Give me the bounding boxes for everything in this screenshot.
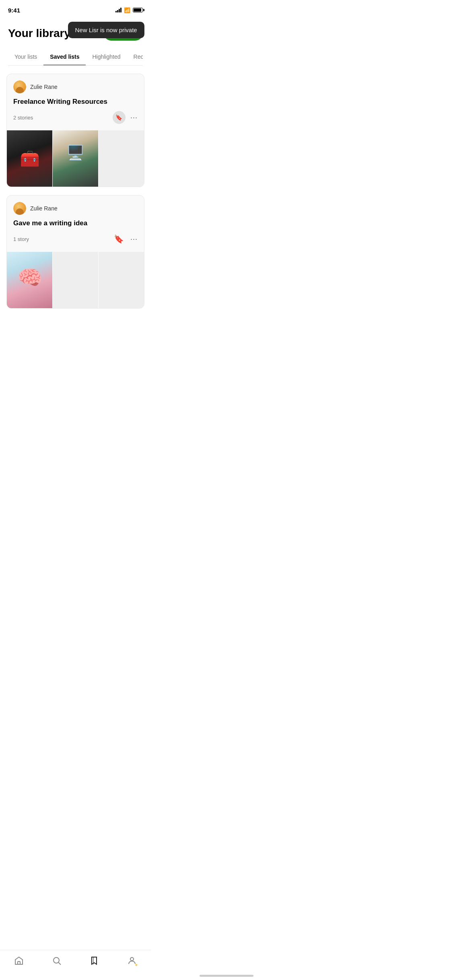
tabs-bar: Your lists Saved lists Highlighted Recen… <box>8 49 143 66</box>
new-list-button[interactable]: New list <box>104 26 143 41</box>
card-images-row <box>7 130 144 187</box>
card-info: Zulie Rane Freelance Writing Resources 2… <box>7 74 144 130</box>
status-time: 9:41 <box>8 7 20 14</box>
card-actions: 🔖 ··· <box>113 233 138 245</box>
list-card: Zulie Rane Gave me a writing idea 1 stor… <box>6 195 144 309</box>
status-bar: 9:41 📶 <box>0 0 151 18</box>
card-image-3 <box>99 252 144 308</box>
card-images-row <box>7 252 144 308</box>
header: New Lisr is now private Your library New… <box>0 18 151 66</box>
tab-saved-lists[interactable]: Saved lists <box>43 49 86 66</box>
battery-icon <box>133 8 143 12</box>
list-content: Zulie Rane Freelance Writing Resources 2… <box>0 66 151 317</box>
bookmark-button[interactable]: 🔖 <box>113 111 126 124</box>
ellipsis-icon: ··· <box>130 113 138 121</box>
card-image-2 <box>53 130 99 187</box>
card-image-3 <box>99 130 144 187</box>
tab-highlighted[interactable]: Highlighted <box>86 49 127 66</box>
bookmark-outline-icon: 🔖 <box>114 234 124 244</box>
author-name: Zulie Rane <box>30 84 58 90</box>
card-title: Freelance Writing Resources <box>13 97 138 106</box>
more-options-button[interactable]: ··· <box>130 113 138 122</box>
wifi-icon: 📶 <box>124 7 130 13</box>
status-icons: 📶 <box>115 7 143 13</box>
author-row: Zulie Rane <box>13 202 138 215</box>
avatar <box>13 202 26 215</box>
author-name: Zulie Rane <box>30 205 58 212</box>
card-image-1 <box>7 130 53 187</box>
card-meta: 2 stories 🔖 ··· <box>13 111 138 124</box>
signal-icon <box>115 8 121 12</box>
tab-your-lists[interactable]: Your lists <box>8 49 43 66</box>
card-actions: 🔖 ··· <box>113 111 138 124</box>
list-card: Zulie Rane Freelance Writing Resources 2… <box>6 74 144 187</box>
card-image-1 <box>7 252 53 308</box>
page-title: Your library <box>8 27 70 40</box>
card-title: Gave me a writing idea <box>13 219 138 228</box>
more-options-button[interactable]: ··· <box>130 235 138 243</box>
bookmark-filled-icon: 🔖 <box>115 114 122 121</box>
avatar-image <box>13 202 26 215</box>
card-meta: 1 story 🔖 ··· <box>13 233 138 245</box>
tab-recently[interactable]: Recently <box>127 49 143 66</box>
stories-count: 2 stories <box>13 115 33 121</box>
card-image-2 <box>53 252 99 308</box>
card-info: Zulie Rane Gave me a writing idea 1 stor… <box>7 196 144 252</box>
stories-count: 1 story <box>13 236 29 242</box>
header-row: Your library New list <box>8 26 143 41</box>
ellipsis-icon: ··· <box>130 235 138 243</box>
author-row: Zulie Rane <box>13 80 138 93</box>
avatar <box>13 80 26 93</box>
main-content: Zulie Rane Freelance Writing Resources 2… <box>0 66 151 353</box>
avatar-image <box>13 80 26 93</box>
bookmark-button[interactable]: 🔖 <box>113 233 126 245</box>
